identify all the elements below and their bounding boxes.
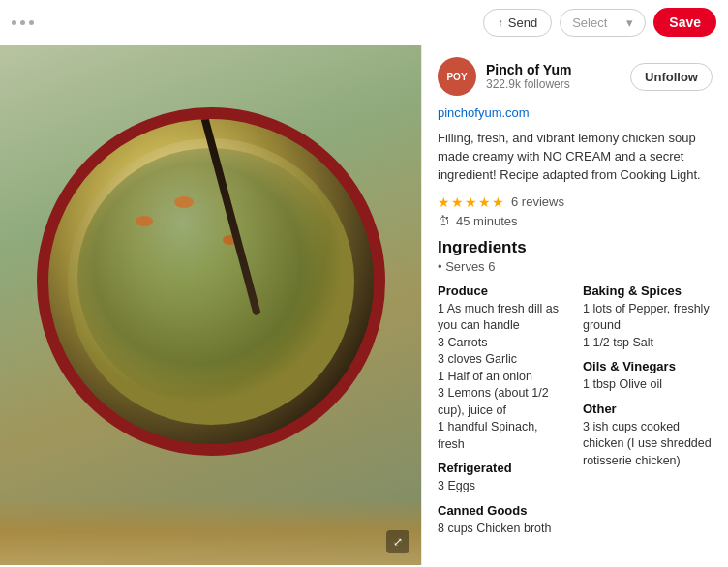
main-content: ⤢ POY Pinch of Yum 322.9k followers Unfo… <box>0 45 728 565</box>
ingredients-left-col: Produce 1 As much fresh dill as you can … <box>438 284 567 546</box>
select-placeholder: Select <box>572 15 607 30</box>
author-info: Pinch of Yum 322.9k followers <box>486 62 630 91</box>
category-refrigerated-title: Refrigerated <box>438 461 567 475</box>
expand-button[interactable]: ⤢ <box>386 530 410 553</box>
dot-1 <box>12 20 16 25</box>
expand-icon: ⤢ <box>393 535 403 549</box>
ingredients-grid: Produce 1 As much fresh dill as you can … <box>438 284 713 546</box>
ingredient-spinach: 1 handful Spinach, fresh <box>438 419 567 453</box>
pot-container <box>0 45 421 517</box>
send-icon: ↑ <box>498 16 503 28</box>
category-oils-vinegars-title: Oils & Vinegars <box>583 359 713 373</box>
send-button[interactable]: ↑ Send <box>483 9 552 37</box>
clock-icon: ⏱ <box>438 214 450 228</box>
dot-3 <box>29 20 34 25</box>
chevron-down-icon: ▾ <box>626 15 633 30</box>
author-followers: 322.9k followers <box>486 77 630 91</box>
select-dropdown[interactable]: Select ▾ <box>560 9 646 37</box>
image-panel: ⤢ <box>0 45 421 565</box>
serves-text: • Serves 6 <box>438 259 713 274</box>
ingredient-chicken: 3 ish cups cooked chicken (I use shredde… <box>583 419 713 470</box>
time-value: 45 minutes <box>456 214 518 228</box>
ingredient-onion: 1 Half of an onion <box>438 369 567 386</box>
ingredients-right-col: Baking & Spices 1 lots of Pepper, freshl… <box>583 284 713 546</box>
ingredient-eggs: 3 Eggs <box>438 478 567 495</box>
category-canned-goods: Canned Goods 8 cups Chicken broth <box>438 503 567 538</box>
carrot-1 <box>174 196 194 208</box>
category-baking-spices-title: Baking & Spices <box>583 284 713 298</box>
category-produce-title: Produce <box>438 284 567 298</box>
dot-2 <box>20 20 25 25</box>
info-panel: POY Pinch of Yum 322.9k followers Unfoll… <box>421 45 728 565</box>
greens-layer <box>77 148 345 405</box>
avatar-initials: POY <box>446 72 467 82</box>
save-button[interactable]: Save <box>653 8 716 37</box>
pot-body <box>37 107 385 456</box>
category-produce: Produce 1 As much fresh dill as you can … <box>438 284 567 454</box>
ingredient-salt: 1 1/2 tsp Salt <box>583 335 713 352</box>
star-rating[interactable]: ★★★★★ <box>438 194 505 210</box>
send-label: Send <box>508 15 537 30</box>
ingredient-broth: 8 cups Chicken broth <box>438 521 567 538</box>
ingredient-olive-oil: 1 tbsp Olive oil <box>583 376 713 394</box>
bread-area <box>0 497 421 565</box>
soup-image <box>0 45 421 565</box>
ingredient-garlic: 3 cloves Garlic <box>438 351 567 369</box>
category-oils-vinegars: Oils & Vinegars 1 tbsp Olive oil <box>583 359 713 394</box>
carrot-3 <box>136 216 153 226</box>
description: Filling, fresh, and vibrant lemony chick… <box>438 130 713 185</box>
ingredient-carrots: 3 Carrots <box>438 335 567 352</box>
ingredient-lemons: 3 Lemons (about 1/2 cup), juice of <box>438 385 567 419</box>
ingredient-pepper: 1 lots of Pepper, freshly ground <box>583 301 713 335</box>
reviews-count[interactable]: 6 reviews <box>511 194 564 209</box>
category-canned-goods-title: Canned Goods <box>438 503 567 518</box>
top-bar-actions: ↑ Send Select ▾ Save <box>483 8 716 37</box>
author-row: POY Pinch of Yum 322.9k followers Unfoll… <box>438 57 713 96</box>
category-baking-spices: Baking & Spices 1 lots of Pepper, freshl… <box>583 284 713 352</box>
avatar: POY <box>438 57 476 96</box>
unfollow-button[interactable]: Unfollow <box>630 63 713 91</box>
author-name[interactable]: Pinch of Yum <box>486 62 630 77</box>
category-other: Other 3 ish cups cooked chicken (I use s… <box>583 402 713 470</box>
ingredient-dill: 1 As much fresh dill as you can handle <box>438 301 567 335</box>
category-other-title: Other <box>583 402 713 416</box>
category-refrigerated: Refrigerated 3 Eggs <box>438 461 567 495</box>
ingredients-title: Ingredients <box>438 238 713 257</box>
top-bar: ↑ Send Select ▾ Save <box>0 0 728 45</box>
dots-menu[interactable] <box>12 20 34 25</box>
website-link[interactable]: pinchofyum.com <box>438 105 713 120</box>
stars-row: ★★★★★ 6 reviews <box>438 194 713 210</box>
time-row: ⏱ 45 minutes <box>438 214 713 228</box>
